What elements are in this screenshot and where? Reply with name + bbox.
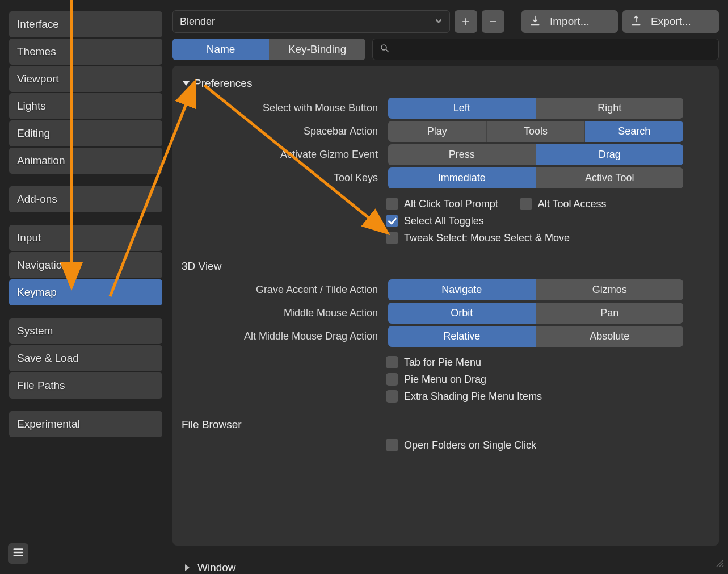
sidebar-item-interface[interactable]: Interface [9,11,162,37]
checkbox-alt-click-tool-prompt[interactable] [386,198,398,210]
row-label-grave: Grave Accent / Tilde Action [179,284,378,296]
search-input[interactable] [395,44,712,56]
label-pie-menu-on-drag: Pie Menu on Drag [404,374,486,386]
option-mmb-orbit[interactable]: Orbit [388,303,536,324]
checkbox-tab-for-pie-menu[interactable] [386,356,398,368]
row-label-gizmo: Activate Gizmo Event [179,149,378,161]
sidebar-item-themes[interactable]: Themes [9,39,162,65]
segmented-spacebar: PlayToolsSearch [388,121,683,142]
option-mmb-pan[interactable]: Pan [536,303,684,324]
checkbox-select-all-toggles[interactable] [386,215,398,227]
sidebar-item-save-load[interactable]: Save & Load [9,345,162,371]
export-label: Export... [651,15,691,28]
preset-remove-button[interactable]: − [482,10,504,33]
sidebar-item-viewport[interactable]: Viewport [9,66,162,92]
section-title-file-browser: File Browser [176,414,716,437]
tab-key-binding[interactable]: Key-Binding [269,39,365,60]
segmented-select_mouse: LeftRight [388,98,683,119]
checkbox-open-folders-single-click[interactable] [386,439,398,451]
svg-line-1 [386,49,389,52]
sidebar-item-lights[interactable]: Lights [9,93,162,119]
checkbox-pie-menu-on-drag[interactable] [386,373,398,386]
section-title-preferences: Preferences [194,77,252,90]
import-icon [529,15,541,29]
sidebar-item-navigation[interactable]: Navigation [9,252,162,278]
option-grave-gizmos[interactable]: Gizmos [536,279,684,300]
row-label-toolkeys: Tool Keys [179,172,378,184]
keymap-panel: Preferences Select with Mouse ButtonLeft… [172,66,719,546]
sidebar-item-add-ons[interactable]: Add-ons [9,186,162,212]
tab-name[interactable]: Name [172,39,269,60]
label-alt-click-tool-prompt: Alt Click Tool Prompt [404,198,498,210]
label-extra-shading-pie: Extra Shading Pie Menu Items [404,391,542,403]
disclosure-preferences[interactable] [183,81,190,86]
option-spacebar-play[interactable]: Play [388,121,487,142]
sidebar-item-animation[interactable]: Animation [9,148,162,174]
sidebar-item-file-paths[interactable]: File Paths [9,372,162,399]
option-select_mouse-right[interactable]: Right [536,98,684,119]
plus-icon: + [462,14,470,30]
sidebar-item-editing[interactable]: Editing [9,120,162,146]
option-altmmb-relative[interactable]: Relative [388,326,536,347]
sidebar-item-system[interactable]: System [9,318,162,344]
segmented-gizmo: PressDrag [388,144,683,165]
filter-tabs: Name Key-Binding [172,39,365,60]
export-button[interactable]: Export... [622,10,719,33]
keymap-preset-label: Blender [180,16,215,28]
disclosure-window[interactable] [185,564,190,571]
checkbox-tweak-select[interactable] [386,232,398,244]
export-icon [630,15,642,29]
row-label-mmb: Middle Mouse Action [179,307,378,319]
minus-icon: − [489,14,497,30]
row-label-spacebar: Spacebar Action [179,125,378,137]
option-grave-navigate[interactable]: Navigate [388,279,536,300]
option-select_mouse-left[interactable]: Left [388,98,536,119]
label-open-folders-single-click: Open Folders on Single Click [404,439,536,451]
label-alt-tool-access: Alt Tool Access [538,198,607,210]
checkbox-extra-shading-pie[interactable] [386,390,398,403]
option-spacebar-search[interactable]: Search [585,121,683,142]
section-title-window: Window [197,562,236,574]
option-altmmb-absolute[interactable]: Absolute [536,326,684,347]
option-toolkeys-immediate[interactable]: Immediate [388,167,536,188]
import-label: Import... [550,15,590,28]
keymap-preset-select[interactable]: Blender [172,10,450,33]
checkbox-alt-tool-access[interactable] [520,198,532,210]
segmented-altmmb: RelativeAbsolute [388,326,683,347]
segmented-grave: NavigateGizmos [388,279,683,300]
sidebar-item-input[interactable]: Input [9,225,162,251]
label-tab-for-pie-menu: Tab for Pie Menu [404,357,481,368]
row-label-altmmb: Alt Middle Mouse Drag Action [179,330,378,342]
option-gizmo-drag[interactable]: Drag [536,144,684,165]
option-toolkeys-active-tool[interactable]: Active Tool [536,167,684,188]
search-box[interactable] [372,39,719,60]
svg-point-0 [381,45,386,50]
row-label-select_mouse: Select with Mouse Button [179,102,378,114]
segmented-toolkeys: ImmediateActive Tool [388,167,683,188]
resize-grip-icon[interactable] [716,559,725,571]
label-tweak-select: Tweak Select: Mouse Select & Move [404,232,570,244]
hamburger-icon [12,546,24,562]
chevron-down-icon [435,16,443,28]
sidebar: InterfaceThemesViewportLightsEditingAnim… [0,2,162,574]
import-button[interactable]: Import... [521,10,618,33]
label-select-all-toggles: Select All Toggles [404,215,484,227]
segmented-mmb: OrbitPan [388,303,683,324]
preset-add-button[interactable]: + [455,10,477,33]
search-icon [380,43,390,56]
sidebar-item-keymap[interactable]: Keymap [9,279,162,305]
option-spacebar-tools[interactable]: Tools [487,121,586,142]
hamburger-menu-button[interactable] [8,543,28,564]
option-gizmo-press[interactable]: Press [388,144,536,165]
section-title-3d-view: 3D View [176,255,716,278]
sidebar-item-experimental[interactable]: Experimental [9,411,162,437]
main-area: Blender + − Import... [165,2,728,574]
